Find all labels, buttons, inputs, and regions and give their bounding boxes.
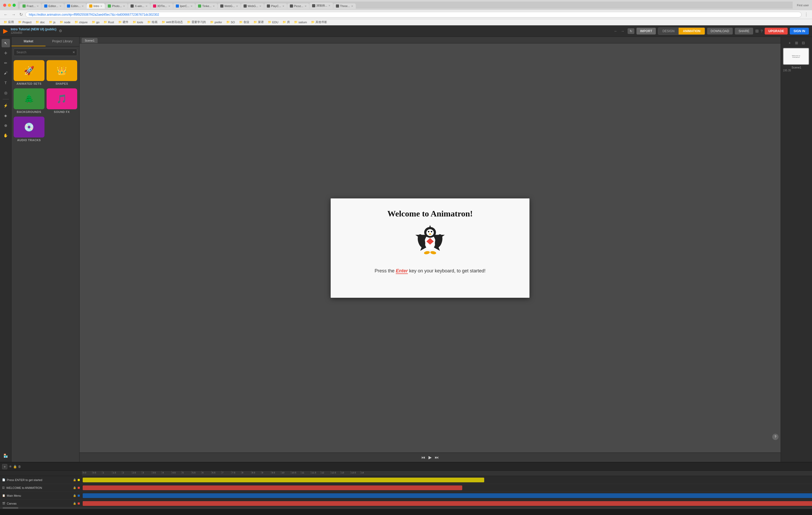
browser-tab-6[interactable]: 3DTin...✕ bbox=[150, 3, 173, 9]
bookmark-Rust[interactable]: 📁Rust bbox=[103, 20, 115, 24]
bookmark-硬件[interactable]: 📁硬件 bbox=[117, 20, 129, 24]
browser-tab-2[interactable]: Editin...✕ bbox=[64, 3, 87, 9]
track-lock-0[interactable]: 🔒 bbox=[73, 478, 76, 481]
tab-close-2[interactable]: ✕ bbox=[82, 5, 84, 7]
lightning-tool[interactable]: ⚡ bbox=[2, 101, 10, 110]
zoom-tool[interactable]: ⊕ bbox=[2, 121, 10, 130]
browser-tab-5[interactable]: X-win...✕ bbox=[128, 3, 150, 9]
copy-scene-icon[interactable]: ⊞ bbox=[794, 40, 800, 46]
browser-tab-12[interactable]: Picoz...✕ bbox=[287, 3, 309, 9]
track-timeline-3[interactable] bbox=[82, 499, 812, 507]
bookmark-satium[interactable]: 📁satium bbox=[293, 20, 308, 24]
maximize-button[interactable] bbox=[12, 4, 16, 7]
pen-tool[interactable]: ✏ bbox=[2, 59, 10, 67]
bookmark-SO[interactable]: 📁SO bbox=[225, 20, 236, 24]
browser-tab-3[interactable]: Intro✕ bbox=[87, 3, 105, 9]
help-button[interactable]: ? bbox=[772, 434, 779, 440]
extensions-button[interactable]: ⋮ bbox=[803, 11, 809, 18]
eraser-tool[interactable]: ◈ bbox=[2, 111, 10, 120]
tab-close-14[interactable]: ✕ bbox=[351, 5, 353, 7]
address-bar[interactable]: https://editor.animatron.com/#p=ff9f9255… bbox=[25, 12, 802, 18]
layout-icon[interactable]: ⊞ bbox=[755, 29, 759, 33]
go-to-start-button[interactable]: ⏮ bbox=[421, 455, 425, 460]
bookmark-绘画[interactable]: 📁绘画 bbox=[146, 20, 158, 24]
tab-close-3[interactable]: ✕ bbox=[100, 5, 102, 7]
track-bar-3[interactable] bbox=[83, 501, 812, 506]
track-timeline-0[interactable] bbox=[82, 476, 812, 484]
track-bar-2[interactable] bbox=[83, 493, 812, 498]
bookmark-EDU[interactable]: 📁EDU bbox=[267, 20, 280, 24]
add-scene-icon[interactable]: + bbox=[787, 40, 793, 46]
forward-button[interactable]: → bbox=[10, 12, 17, 18]
bookmark-Project[interactable]: 📁Project bbox=[17, 20, 32, 24]
minimize-button[interactable] bbox=[8, 4, 11, 7]
bookmark-go[interactable]: 📁go bbox=[91, 20, 100, 24]
browser-tab-1[interactable]: Editor...✕ bbox=[41, 3, 64, 9]
back-button[interactable]: ← bbox=[3, 12, 9, 18]
download-button[interactable]: DOWNLOAD bbox=[707, 28, 733, 34]
help-icon[interactable]: ? bbox=[761, 29, 763, 33]
animation-mode-button[interactable]: ANIMATION bbox=[678, 28, 704, 34]
timeline-add-button[interactable]: + bbox=[2, 464, 7, 469]
bookmark-doc[interactable]: 📁doc bbox=[34, 20, 46, 24]
shape-tool[interactable]: ◎ bbox=[2, 89, 10, 97]
library-item-4[interactable]: 💿AUDIO TRACKS bbox=[13, 117, 45, 143]
tab-close-5[interactable]: ✕ bbox=[145, 5, 148, 7]
bookmark-创业[interactable]: 📁创业 bbox=[238, 20, 250, 24]
hand-tool[interactable]: ✋ bbox=[2, 131, 10, 140]
scrollbar-thumb[interactable] bbox=[3, 507, 18, 509]
track-bar-1[interactable] bbox=[83, 485, 462, 490]
timeline-lock-icon[interactable]: 🔒 bbox=[13, 465, 17, 468]
library-item-1[interactable]: 👑SHAPES bbox=[47, 60, 78, 86]
store-icon[interactable]: 🏪 bbox=[2, 452, 10, 460]
track-lock-2[interactable]: 🔒 bbox=[73, 494, 76, 497]
browser-tab-11[interactable]: PlayC...✕ bbox=[264, 3, 287, 9]
bookmark-clojure[interactable]: 📁clojure bbox=[74, 20, 88, 24]
track-lock-3[interactable]: 🔒 bbox=[73, 502, 76, 505]
signin-button[interactable]: SIGN IN bbox=[790, 28, 809, 34]
browser-tab-4[interactable]: Photo...✕ bbox=[105, 3, 128, 9]
browser-tab-8[interactable]: Tinke...✕ bbox=[196, 3, 218, 9]
track-lock-1[interactable]: 🔒 bbox=[73, 486, 76, 489]
text-tool[interactable]: T bbox=[2, 79, 10, 87]
timeline-delete-icon[interactable]: 🗑 bbox=[18, 465, 21, 468]
share-button[interactable]: SHARE bbox=[735, 28, 753, 34]
refresh-button[interactable]: ↻ bbox=[628, 28, 634, 34]
tab-close-13[interactable]: ✕ bbox=[328, 4, 330, 7]
tab-close-4[interactable]: ✕ bbox=[123, 5, 125, 7]
tab-close-6[interactable]: ✕ bbox=[168, 5, 170, 7]
redo-button[interactable]: → bbox=[620, 29, 626, 34]
browser-tab-0[interactable]: Fract...✕ bbox=[20, 3, 41, 9]
project-library-tab[interactable]: Project Library bbox=[46, 37, 80, 46]
tab-close-1[interactable]: ✕ bbox=[59, 5, 61, 7]
tab-close-7[interactable]: ✕ bbox=[191, 5, 193, 7]
timeline-eye-icon[interactable]: 👁 bbox=[9, 465, 12, 468]
close-button[interactable] bbox=[3, 4, 6, 7]
search-clear-icon[interactable]: ✕ bbox=[72, 51, 75, 54]
reload-button[interactable]: ↻ bbox=[18, 11, 24, 18]
go-to-end-button[interactable]: ⏭ bbox=[435, 455, 439, 460]
browser-tab-13[interactable]: 涑辣帅...✕ bbox=[310, 3, 333, 9]
browser-tab-9[interactable]: WebG...✕ bbox=[218, 3, 241, 9]
upgrade-button[interactable]: UPGRADE bbox=[765, 28, 788, 34]
tab-close-8[interactable]: ✕ bbox=[213, 5, 215, 7]
bookmark-其他书签[interactable]: 📁其他书签 bbox=[310, 20, 328, 24]
browser-tab-7[interactable]: IperC...✕ bbox=[173, 3, 195, 9]
tab-close-10[interactable]: ✕ bbox=[259, 5, 261, 7]
move-tool[interactable]: ✛ bbox=[2, 49, 10, 57]
select-tool[interactable]: ↖ bbox=[2, 39, 10, 47]
undo-button[interactable]: ← bbox=[613, 29, 619, 34]
bookmark-应用[interactable]: 📁应用 bbox=[3, 20, 15, 24]
bookmark-web资讯动态[interactable]: 📁web资讯动态 bbox=[161, 20, 184, 24]
track-bar-0[interactable] bbox=[83, 478, 484, 482]
scene1-thumbnail[interactable]: Welcome toAnimatron! bbox=[783, 48, 809, 65]
scene1-tab[interactable]: Scene1 bbox=[82, 38, 97, 43]
tab-close-12[interactable]: ✕ bbox=[304, 5, 307, 7]
tab-close-11[interactable]: ✕ bbox=[282, 5, 284, 7]
design-mode-button[interactable]: DESIGN bbox=[658, 28, 678, 34]
play-button[interactable]: ▶ bbox=[429, 455, 432, 460]
bookmark-tools[interactable]: 📁tools bbox=[132, 20, 144, 24]
paint-tool[interactable]: 🖌 bbox=[2, 69, 10, 77]
settings-icon[interactable]: ⚙ bbox=[59, 29, 62, 33]
track-timeline-1[interactable] bbox=[82, 484, 812, 491]
